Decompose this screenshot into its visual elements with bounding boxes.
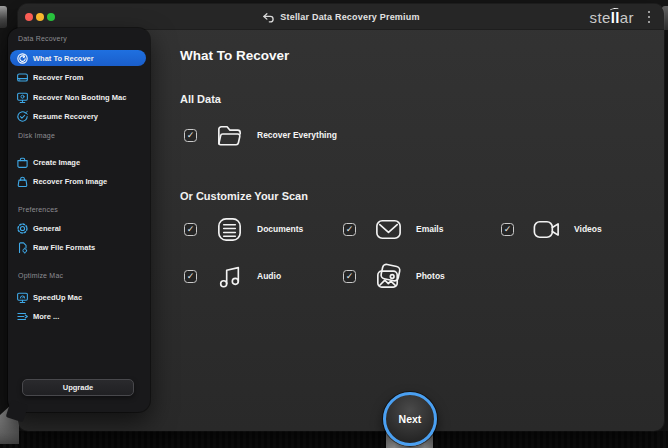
recover-image-bag-icon [16, 175, 29, 188]
sidebar-item-label: Recover From Image [33, 177, 107, 186]
drive-icon [16, 71, 29, 84]
file-gear-icon [16, 241, 29, 254]
sidebar-item-recover-non-booting-mac[interactable]: Recover Non Booting Mac [10, 89, 146, 105]
scan-item-label: Documents [257, 224, 303, 234]
scan-item-label: Videos [574, 224, 602, 234]
photos-icon [371, 259, 405, 293]
sidebar-item-label: Raw File Formats [33, 243, 95, 252]
scan-item-label: Audio [257, 271, 281, 281]
scan-item-documents[interactable]: ✓ Documents [184, 212, 303, 246]
sidebar-item-label: Resume Recovery [33, 112, 98, 121]
create-image-icon [16, 156, 29, 169]
resume-circle-check-icon [16, 110, 29, 123]
desktop-bottom-strip [0, 431, 668, 448]
background-window-sliver-top-left [0, 6, 7, 28]
scan-item-emails[interactable]: ✓ Emails [343, 212, 443, 246]
titlebar: Stellar Data Recovery Premium stellar [18, 4, 664, 30]
audio-checkbox[interactable]: ✓ [184, 270, 197, 283]
recover-target-icon [16, 52, 29, 65]
recover-everything-checkbox[interactable]: ✓ [184, 129, 197, 142]
folder-icon [212, 118, 246, 152]
photos-checkbox[interactable]: ✓ [343, 270, 356, 283]
speedup-monitor-icon [16, 291, 29, 304]
titlebar-center: Stellar Data Recovery Premium [18, 4, 664, 30]
scan-item-label: Emails [416, 224, 443, 234]
sidebar-item-label: SpeedUp Mac [33, 293, 82, 302]
customize-heading: Or Customize Your Scan [180, 190, 308, 202]
gear-icon [16, 222, 29, 235]
sidebar-item-label: General [33, 224, 61, 233]
sidebar-panel: Data Recovery What To Recover Recover Fr… [8, 28, 150, 412]
section-header-preferences: Preferences [18, 202, 144, 216]
sidebar-item-general[interactable]: General [10, 220, 146, 236]
sidebar-item-label: What To Recover [33, 54, 94, 63]
scan-item-photos[interactable]: ✓ Photos [343, 259, 445, 293]
documents-icon [212, 212, 246, 246]
sidebar-item-more[interactable]: More ... [10, 308, 146, 324]
sidebar-item-recover-from[interactable]: Recover From [10, 69, 146, 85]
stellar-logo: stellar [590, 4, 635, 30]
video-camera-icon [529, 212, 563, 246]
envelope-icon [371, 212, 405, 246]
sidebar-item-label: Recover From [33, 73, 83, 82]
more-lines-arrow-icon [16, 310, 29, 323]
window-title: Stellar Data Recovery Premium [280, 12, 419, 22]
sidebar-item-label: Create Image [33, 158, 80, 167]
section-header-data-recovery: Data Recovery [18, 31, 144, 45]
upgrade-button[interactable]: Upgrade [22, 379, 134, 396]
scan-item-recover-everything[interactable]: ✓ Recover Everything [184, 118, 337, 152]
scan-item-videos[interactable]: ✓ Videos [501, 212, 602, 246]
documents-checkbox[interactable]: ✓ [184, 223, 197, 236]
sidebar-item-label: Recover Non Booting Mac [33, 93, 126, 102]
sidebar-item-label: More ... [33, 312, 59, 321]
music-note-icon [212, 259, 246, 293]
back-arrow-icon[interactable] [262, 11, 275, 24]
scan-item-label: Photos [416, 271, 445, 281]
next-button-label: Next [399, 413, 422, 425]
scan-item-audio[interactable]: ✓ Audio [184, 259, 281, 293]
sidebar-item-recover-from-image[interactable]: Recover From Image [10, 173, 146, 189]
scan-item-label: Recover Everything [257, 130, 337, 140]
section-header-disk-image: Disk Image [18, 128, 144, 142]
mac-monitor-icon [16, 91, 29, 104]
next-button[interactable]: Next [383, 392, 437, 446]
emails-checkbox[interactable]: ✓ [343, 223, 356, 236]
sidebar-item-create-image[interactable]: Create Image [10, 154, 146, 170]
kebab-menu-icon[interactable] [645, 10, 653, 24]
sidebar-item-resume-recovery[interactable]: Resume Recovery [10, 108, 146, 124]
videos-checkbox[interactable]: ✓ [501, 223, 514, 236]
sidebar-item-speedup-mac[interactable]: SpeedUp Mac [10, 289, 146, 305]
page-title: What To Recover [180, 48, 289, 63]
all-data-heading: All Data [180, 93, 221, 105]
section-header-optimize-mac: Optimize Mac [18, 268, 144, 282]
sidebar-item-raw-file-formats[interactable]: Raw File Formats [10, 239, 146, 255]
sidebar-item-what-to-recover[interactable]: What To Recover [10, 50, 146, 66]
